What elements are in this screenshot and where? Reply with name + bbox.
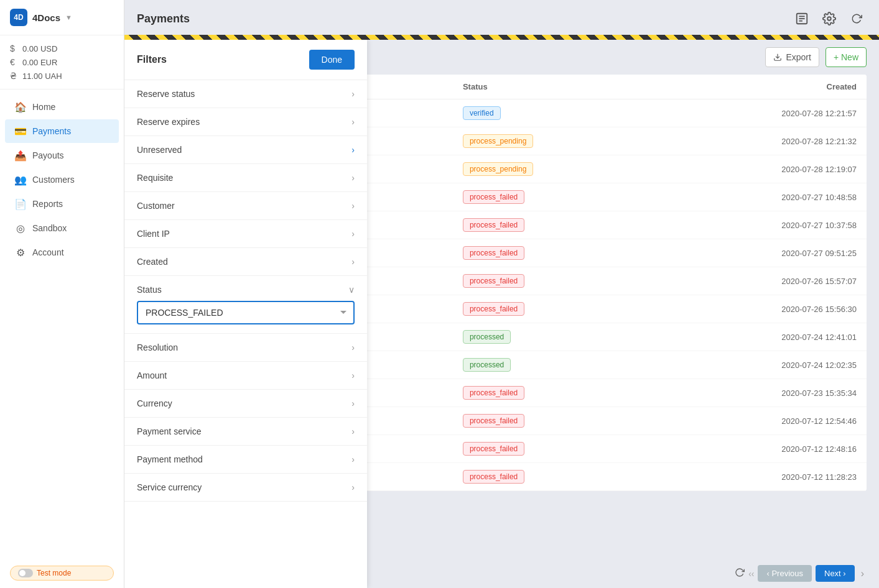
filter-status-section: Status ∨ PROCESS_FAILED VERIFIED PROCESS… [124,276,367,334]
chevron-down-icon: ∨ [348,285,355,295]
filter-item-customer[interactable]: Customer › [124,192,367,220]
created-cell: 2020-07-23 15:35:34 [654,379,867,407]
filter-item-unreserved[interactable]: Unreserved › [124,136,367,164]
balance-eur: € 0.00 EUR [10,55,114,69]
home-icon: 🏠 [15,101,26,113]
created-cell: 2020-07-28 12:21:57 [654,99,867,127]
filter-item-requisite[interactable]: Requisite › [124,164,367,192]
main-nav: 🏠 Home 💳 Payments 📤 Payouts 👥 Customers … [0,90,124,558]
sidebar-item-customers[interactable]: 👥 Customers [5,168,119,191]
created-cell: 2020-07-28 12:21:32 [654,127,867,155]
sidebar-item-sandbox[interactable]: ◎ Sandbox [5,216,119,240]
test-mode-toggle[interactable]: Test mode [10,566,114,581]
filter-item-client-ip[interactable]: Client IP › [124,220,367,248]
status-badge: processed [463,330,511,344]
filter-panel: Filters Done Reserve status › Reserve ex… [124,40,367,588]
export-label: Export [786,52,811,62]
filter-status-header[interactable]: Status ∨ [137,285,355,295]
col-status: Status [453,75,654,99]
export-icon [773,53,782,62]
chevron-right-icon: › [351,398,355,408]
filter-item-currency[interactable]: Currency › [124,390,367,418]
balance-eur-value: 0.00 EUR [22,58,57,67]
sidebar-item-payouts-label: Payouts [32,150,64,160]
pagination-refresh-icon[interactable] [735,567,745,580]
filter-done-button[interactable]: Done [309,50,355,70]
chevron-right-icon: › [351,173,355,183]
account-icon: ⚙ [15,247,26,258]
created-cell: 2020-07-12 12:48:16 [654,435,867,463]
filter-item-payment-method[interactable]: Payment method › [124,446,367,474]
chevron-right-icon: › [351,342,355,352]
status-badge: verified [463,106,501,120]
content-area: Filters Export + New [124,40,879,588]
status-badge: process_failed [463,190,524,204]
status-badge: process_failed [463,302,524,316]
status-select[interactable]: PROCESS_FAILED VERIFIED PROCESS_PENDING … [137,301,355,324]
sidebar-item-reports-label: Reports [32,199,63,209]
header-icons [792,9,867,29]
created-cell: 2020-07-27 09:51:25 [654,239,867,267]
chevron-right-icon: › [351,426,355,436]
balance-usd-value: 0.00 USD [22,44,57,53]
app-logo[interactable]: 4D 4Docs ▼ [0,0,124,35]
main-content: Payments Filters [124,0,879,588]
filter-title: Filters [137,54,167,65]
sidebar-item-sandbox-label: Sandbox [32,223,67,233]
status-badge: process_failed [463,386,524,400]
chevron-right-icon: › [351,229,355,239]
sidebar-item-payments-label: Payments [32,126,71,136]
pagination-last-icon[interactable]: › [858,566,867,582]
filter-header: Filters Done [124,40,367,80]
toggle-switch [18,569,33,577]
sidebar-item-account[interactable]: ⚙ Account [5,241,119,264]
chevron-right-icon: › [351,89,355,99]
status-badge: process_pending [463,162,533,176]
filter-item-payment-service[interactable]: Payment service › [124,418,367,446]
filter-item-resolution[interactable]: Resolution › [124,334,367,362]
filter-item-reserve-expires[interactable]: Reserve expires › [124,108,367,136]
payments-icon: 💳 [15,126,26,137]
filter-item-amount[interactable]: Amount › [124,362,367,390]
created-cell: 2020-07-12 11:28:23 [654,463,867,491]
created-cell: 2020-07-26 15:57:07 [654,267,867,295]
status-badge: process_failed [463,274,524,288]
hazard-stripe [124,35,879,40]
new-button[interactable]: + New [826,47,867,67]
payouts-icon: 📤 [15,150,26,161]
created-cell: 2020-07-27 10:37:58 [654,211,867,239]
created-cell: 2020-07-12 12:54:46 [654,407,867,435]
created-cell: 2020-07-27 10:48:58 [654,183,867,211]
col-created: Created [654,75,867,99]
status-badge: process_pending [463,134,533,148]
sidebar-item-payouts[interactable]: 📤 Payouts [5,144,119,167]
logo-icon: 4D [10,9,27,26]
chevron-right-icon: › [351,482,355,492]
sidebar-item-account-label: Account [32,247,64,257]
refresh-icon[interactable] [847,9,867,29]
status-badge: process_failed [463,470,524,484]
balance-uah-value: 11.00 UAH [22,71,62,81]
reports-icon: 📄 [15,198,26,209]
filter-item-reserve-status[interactable]: Reserve status › [124,80,367,108]
status-badge: processed [463,358,511,372]
docs-icon[interactable] [792,9,812,29]
created-cell: 2020-07-24 12:02:35 [654,351,867,379]
chevron-right-icon: › [351,201,355,211]
created-cell: 2020-07-24 12:41:01 [654,323,867,351]
sidebar: 4D 4Docs ▼ $ 0.00 USD € 0.00 EUR ₴ 11.00… [0,0,124,588]
sidebar-item-payments[interactable]: 💳 Payments [5,119,119,143]
next-page-button[interactable]: Next › [816,565,855,582]
balances-section: $ 0.00 USD € 0.00 EUR ₴ 11.00 UAH [0,35,124,90]
pagination-first-icon: ‹‹ [748,569,754,579]
sidebar-item-reports[interactable]: 📄 Reports [5,192,119,216]
filter-status-label: Status [137,285,162,295]
settings-icon[interactable] [819,9,839,29]
sandbox-icon: ◎ [15,223,26,234]
filter-item-service-currency[interactable]: Service currency › [124,474,367,502]
customers-icon: 👥 [15,174,26,185]
export-button[interactable]: Export [765,47,819,67]
previous-page-button[interactable]: ‹ Previous [758,565,812,582]
filter-item-created[interactable]: Created › [124,248,367,276]
sidebar-item-home[interactable]: 🏠 Home [5,95,119,119]
